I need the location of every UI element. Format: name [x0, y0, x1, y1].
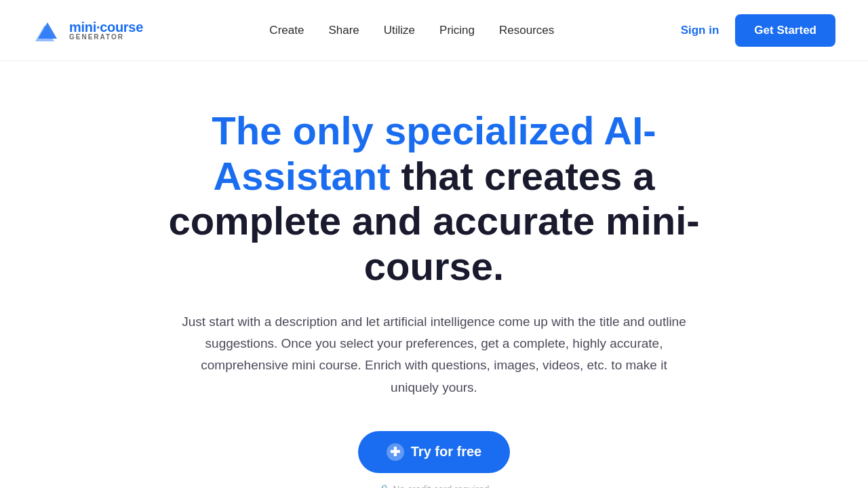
main-nav: Create Share Utilize Pricing Resources — [269, 24, 554, 37]
hero-subtext: Just start with a description and let ar… — [176, 311, 692, 399]
plus-icon: ✚ — [387, 443, 404, 461]
nav-create[interactable]: Create — [269, 24, 304, 37]
nav-pricing[interactable]: Pricing — [439, 24, 475, 37]
try-free-label: Try for free — [411, 444, 481, 460]
logo-name: mini·course — [69, 20, 143, 34]
try-for-free-button[interactable]: ✚ Try for free — [358, 431, 510, 473]
get-started-button[interactable]: Get Started — [735, 14, 835, 47]
hero-section: The only specialized AI-Assistant that c… — [0, 61, 868, 488]
no-credit-card-text: 🔒 No credit card required — [378, 484, 489, 488]
logo-icon — [33, 16, 62, 45]
nav-share[interactable]: Share — [328, 24, 359, 37]
nav-resources[interactable]: Resources — [499, 24, 554, 37]
nav-utilize[interactable]: Utilize — [384, 24, 415, 37]
header-actions: Sign in Get Started — [681, 14, 835, 47]
hero-heading: The only specialized AI-Assistant that c… — [129, 108, 739, 289]
sign-in-button[interactable]: Sign in — [681, 24, 719, 37]
logo[interactable]: mini·course GENERATOR — [33, 16, 143, 45]
logo-sub: GENERATOR — [69, 34, 143, 41]
